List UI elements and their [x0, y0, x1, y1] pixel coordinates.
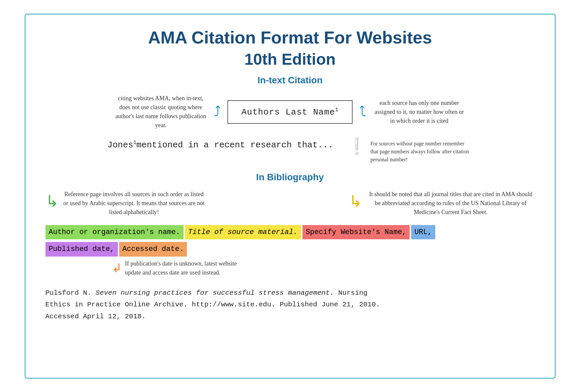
example-author: Jones: [107, 140, 133, 150]
highlight-row: Author or organization's name. Title of …: [45, 225, 535, 239]
bib-note-left: ↳ Reference page involves all sources in…: [45, 190, 205, 217]
hl-accessed: Accessed date.: [119, 242, 187, 256]
orange-arrow-icon: ↲: [112, 261, 122, 275]
highlight-row-2: Published date, Accessed date.: [45, 242, 535, 256]
date-note-row: ↲ If publication's date is unknown, late…: [112, 259, 535, 277]
hl-title: Title of source material.: [185, 225, 301, 239]
bib-heading: In Bibliography: [45, 172, 535, 183]
bib-right-text: It should be noted that all journal titl…: [367, 190, 535, 217]
example-rest: mentioned in a recent research that...: [136, 140, 333, 150]
intext-citation-box: Authors Last Name1: [227, 100, 353, 124]
intext-superscript: 1: [335, 107, 338, 113]
intext-section: citing websites AMA, when in-text, does …: [45, 94, 535, 130]
bib-left-text: Reference page involves all sources in s…: [63, 190, 205, 217]
main-title: AMA Citation Format For Websites: [45, 28, 535, 48]
intext-left-note: citing websites AMA, when in-text, does …: [114, 94, 207, 130]
example-sup: 1: [133, 140, 136, 146]
example-row: Jones1mentioned in a recent research tha…: [45, 140, 535, 164]
exclamation-note: ❕ For sources without page number rememb…: [347, 140, 473, 164]
page-container: AMA Citation Format For Websites 10th Ed…: [25, 14, 556, 379]
exclamation-text: For sources without page number remember…: [371, 140, 473, 164]
green-arrow-icon: ↳: [45, 192, 59, 210]
date-note-text: If publication's date is unknown, latest…: [125, 259, 237, 277]
hl-author: Author or organization's name.: [45, 225, 184, 239]
example-sentence: Jones1mentioned in a recent research tha…: [107, 140, 333, 150]
bib-example: Pulsford N. Seven nursing practices for …: [45, 287, 535, 323]
bib-note-right: ↳ It should be noted that all journal ti…: [349, 190, 535, 217]
bib-notes-row: ↳ Reference page involves all sources in…: [45, 190, 535, 217]
hl-url: URL,: [411, 225, 435, 239]
hl-published: Published date,: [45, 242, 118, 256]
arrow-left-icon: ⤴: [359, 104, 366, 120]
intext-heading: In-text Citation: [45, 75, 535, 86]
intext-box-text: Authors Last Name: [241, 107, 335, 117]
subtitle: 10th Edition: [45, 50, 535, 68]
intext-right-note: each source has only one number assigned…: [373, 99, 466, 125]
arrow-right-icon: ⤴: [214, 104, 221, 120]
hl-website: Specify Website's Name,: [302, 225, 410, 239]
yellow-arrow-icon: ↳: [349, 192, 362, 210]
exclamation-icon: ❕: [347, 138, 367, 154]
